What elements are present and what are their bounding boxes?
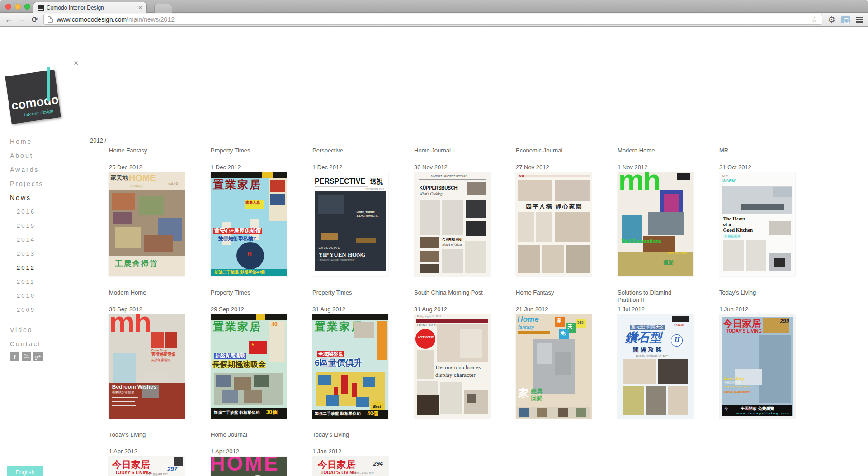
sidebar-year-2015[interactable]: 2015: [17, 222, 35, 236]
news-item-title: Home Journal: [414, 147, 490, 164]
magazine-cover[interactable]: Homefantasy家天地535家經典回歸: [516, 314, 592, 419]
window-minimize-button[interactable]: [15, 4, 21, 10]
news-item-title: MR: [719, 147, 795, 164]
news-item-title: Property Times: [312, 289, 388, 306]
comodo-logo: comodo interior design: [7, 68, 75, 127]
sidebar-item-news[interactable]: News: [10, 194, 44, 208]
sidebar-item-about[interactable]: About: [10, 152, 44, 166]
magazine-cover[interactable]: 置業家居家庭人息置安心+居屋免補價雙響炮衝擊私樓?H加強二手放盤 影相單位40個: [211, 172, 287, 276]
close-icon[interactable]: ✕: [73, 59, 79, 67]
gear-icon[interactable]: ⚙: [828, 14, 835, 25]
news-item-date: 1 Jan 2012: [312, 448, 388, 455]
magazine-cover[interactable]: mhCover Story舊情感新意象尖沙咀豪嘆軒Bedroom Wishes稚…: [109, 314, 185, 419]
page-icon: [48, 16, 53, 23]
magazine-cover[interactable]: 今日家居TODAY'S LIVING297HK$35 圖裝APR 2012Cov…: [109, 457, 185, 476]
browser-menu-icon[interactable]: [856, 17, 863, 23]
news-item: Today's Living1 Jan 2012今日家居TODAY'S LIVI…: [312, 431, 388, 476]
magazine-cover[interactable]: 置業家居全城閣盤荒6區量價俱升Best加強二手放盤 影相單位約40個: [312, 314, 388, 419]
sidebar-year-2009[interactable]: 2009: [17, 306, 35, 320]
sidebar-item-video[interactable]: Video: [10, 326, 41, 340]
tab-title: Comodo Interior Design: [47, 5, 104, 11]
window-close-button[interactable]: [5, 4, 11, 10]
news-item-title: South China Morning Post: [414, 289, 490, 306]
magazine-cover[interactable]: MARKET | EXPERT OPINIONKÜPPERSBUSCHWhat'…: [414, 172, 490, 276]
magazine-cover[interactable]: PERSPECTIVE透視DECEMBER 2012HERE, THERE& E…: [312, 172, 388, 276]
youtube-icon[interactable]: You Tube: [22, 352, 31, 361]
tab-close-icon[interactable]: ✕: [138, 5, 142, 11]
news-item-title: Home Journal: [211, 431, 287, 448]
sidebar-item-projects[interactable]: Projects: [10, 180, 44, 194]
sidebar-news-years: 20162015201420132012201120102009: [17, 208, 35, 320]
sidebar-year-2010[interactable]: 2010: [17, 292, 35, 306]
logo-square: comodo interior design: [5, 70, 61, 124]
magazine-cover[interactable]: mhWall DecorationsGIFT GALLERY優游: [618, 172, 693, 276]
news-item: Modern Home1 Nov 2012mhWall DecorationsG…: [618, 147, 693, 276]
sidebar-item-awards[interactable]: Awards: [10, 166, 44, 180]
magazine-cover[interactable]: 投資四平八穩 靜心家園: [516, 172, 592, 276]
browser-toolbar: ← → ⟳ www.comododesign.com /main/news/20…: [0, 13, 868, 27]
news-item-title: Today's Living: [719, 289, 795, 306]
page-content: ✕ comodo interior design HomeAboutAwards…: [0, 27, 868, 476]
sidebar-year-2013[interactable]: 2013: [17, 250, 35, 264]
news-item: Home Journal1 Apr 2012HOME美好家居JOURNALSPR…: [211, 431, 287, 476]
sidebar-item-home[interactable]: Home: [10, 138, 44, 152]
facebook-icon[interactable]: f: [10, 352, 19, 361]
news-item: Today's Living1 Jun 2012今日家居TODAY'S LIVI…: [719, 289, 795, 419]
news-item: Modern Home30 Sep 2012mhCover Story舊情感新意…: [109, 289, 185, 419]
news-item-date: 1 Dec 2012: [312, 164, 388, 171]
site-favicon: [38, 5, 44, 11]
news-item: MR31 Oct 2012MRWARMThe Heartof aGood Kit…: [719, 147, 795, 276]
reload-button[interactable]: ⟳: [32, 15, 38, 24]
social-links: fYou Tubeg+: [10, 352, 43, 361]
news-item-title: Home Fantasy: [516, 289, 592, 306]
magazine-cover[interactable]: 置業家居40★新盤貨尾混戰長假期極速吸金加強二手放盤 影相單位約30個: [211, 314, 287, 419]
news-item-title: Perspective: [312, 147, 388, 164]
bookmark-star-icon[interactable]: ☆: [811, 15, 818, 24]
news-item-date: 31 Aug 2012: [312, 306, 388, 313]
back-button[interactable]: ←: [5, 15, 13, 24]
news-item-title: Today's Living: [109, 431, 185, 448]
news-item: Property Times29 Sep 2012置業家居40★新盤貨尾混戰長假…: [211, 289, 287, 419]
news-item-date: 30 Nov 2012: [414, 164, 490, 171]
magazine-cover[interactable]: MRWARMThe Heartof aGood Kitchen廚房新煮意: [719, 172, 795, 276]
news-item-date: 1 Jul 2012: [618, 306, 693, 313]
sidebar-nav: HomeAboutAwardsProjectsNews: [10, 138, 44, 208]
magazine-cover[interactable]: 今日家居TODAY'S LIVING294HK$35 一月JAN 2012: [312, 457, 388, 476]
news-item: South China Morning Post31 Aug 2012Frida…: [414, 289, 490, 419]
language-button[interactable]: English: [7, 466, 43, 476]
magazine-cover[interactable]: HOME美好家居JOURNALSPRINGREVIVALAL FRESCO EA…: [211, 457, 287, 476]
forward-button[interactable]: →: [18, 15, 26, 24]
google-plus-icon[interactable]: g+: [33, 352, 43, 361]
news-item-date: 1 Apr 2012: [109, 448, 185, 455]
news-item-date: 25 Dec 2012: [109, 164, 185, 171]
new-tab-button[interactable]: [154, 4, 172, 13]
page-title: 2012 /: [90, 137, 106, 144]
news-item-date: 27 Nov 2012: [516, 164, 592, 171]
magazine-cover[interactable]: 今日家居TODAY'S LIVING299Cover Story全變高身品棤Pr…: [719, 314, 795, 419]
browser-tab-bar: Comodo Interior Design ✕: [0, 0, 868, 13]
news-item-date: 1 Nov 2012: [618, 164, 693, 171]
url-path: /main/news/2012: [127, 16, 175, 23]
window-zoom-button[interactable]: [24, 4, 30, 10]
sidebar-year-2014[interactable]: 2014: [17, 236, 35, 250]
sidebar-year-2016[interactable]: 2016: [17, 208, 35, 222]
news-item-title: Modern Home: [109, 289, 185, 306]
magazine-cover[interactable]: 家天地HOMEfantasyvol.45工展會掃貨: [109, 172, 185, 276]
sidebar-year-2011[interactable]: 2011: [17, 278, 35, 292]
news-item-title: Economic Journal: [516, 147, 592, 164]
news-item: Perspective1 Dec 2012PERSPECTIVE透視DECEMB…: [312, 147, 388, 276]
browser-tab[interactable]: Comodo Interior Design ✕: [33, 2, 147, 13]
sidebar-year-2012[interactable]: 2012: [17, 264, 35, 278]
news-item-date: 1 Apr 2012: [211, 448, 287, 455]
address-bar[interactable]: www.comododesign.com /main/news/2012 ☆: [43, 14, 822, 25]
camera-extension-icon[interactable]: [841, 16, 850, 23]
news-grid: Home Fantasy25 Dec 2012家天地HOMEfantasyvol…: [109, 147, 821, 476]
magazine-cover[interactable]: HK$128室內設計間隔大全鑽石型II間隔攻略解構鑽石空間精妙設計竅門: [618, 314, 693, 419]
news-item: Home Fantasy21 Jun 2012Homefantasy家天地535…: [516, 289, 592, 419]
news-item-date: 30 Sep 2012: [109, 306, 185, 313]
news-item: Economic Journal27 Nov 2012投資四平八穩 靜心家園: [516, 147, 592, 276]
sidebar-nav-bottom: VideoContact: [10, 326, 41, 354]
news-item-date: 31 Aug 2012: [414, 306, 490, 313]
magazine-cover[interactable]: Friday, August 31, 2012HOME DESIGNACCESS…: [414, 314, 490, 419]
url-host: www.comododesign.com: [57, 16, 127, 23]
